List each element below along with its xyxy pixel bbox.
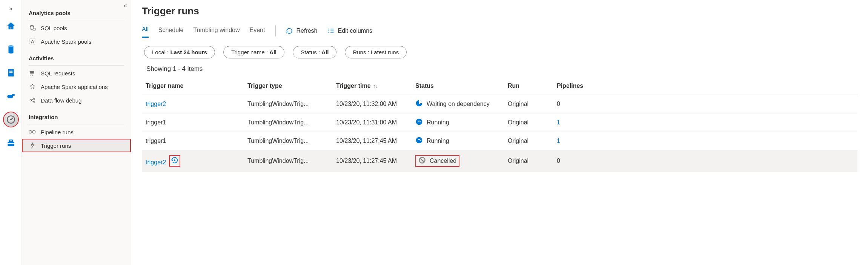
panel-item-label: Pipeline runs	[41, 129, 74, 135]
cell-trigger-name: trigger1	[142, 113, 244, 132]
rerun-button[interactable]	[169, 155, 180, 167]
rail-monitor[interactable]	[3, 112, 19, 127]
panel-item-dataflow-debug[interactable]: Data flow debug	[22, 93, 131, 107]
cell-run: Original	[504, 95, 553, 113]
col-trigger-type[interactable]: Trigger type	[244, 77, 332, 95]
filter-value: All	[269, 49, 277, 55]
svg-point-16	[34, 98, 35, 100]
cell-trigger-type: TumblingWindowTrig...	[244, 150, 332, 172]
svg-point-21	[416, 119, 422, 125]
panel-item-spark-pools[interactable]: Apache Spark pools	[22, 35, 131, 48]
col-pipelines[interactable]: Pipelines	[553, 77, 857, 95]
sort-indicator-icon: ↑↓	[373, 83, 378, 89]
table-row[interactable]: trigger2TumblingWindowTrig...10/23/20, 1…	[142, 95, 857, 113]
trigger-name: trigger1	[146, 119, 166, 126]
divider	[275, 25, 276, 37]
trigger-name[interactable]: trigger2	[146, 159, 166, 165]
rail-data[interactable]	[3, 41, 19, 57]
col-trigger-time-label: Trigger time	[336, 83, 371, 89]
col-trigger-time[interactable]: Trigger time↑↓	[332, 77, 412, 95]
status-text: Running	[427, 138, 449, 144]
tab-schedule[interactable]: Schedule	[158, 25, 184, 37]
dataflow-debug-icon	[29, 97, 36, 104]
col-status[interactable]: Status	[412, 77, 504, 95]
svg-rect-5	[12, 94, 15, 96]
col-trigger-name[interactable]: Trigger name	[142, 77, 244, 95]
panel-item-trigger-runs[interactable]: Trigger runs	[22, 139, 131, 152]
edit-columns-button[interactable]: Edit columns	[327, 27, 372, 35]
expand-rail-icon[interactable]: »	[7, 3, 15, 14]
col-run[interactable]: Run	[504, 77, 553, 95]
filter-status[interactable]: Status : All	[293, 46, 336, 58]
cell-status: Cancelled	[412, 150, 504, 172]
divider	[29, 65, 124, 66]
tab-event[interactable]: Event	[250, 25, 265, 37]
home-icon	[6, 21, 16, 31]
cell-pipelines: 1	[553, 113, 857, 132]
cell-trigger-type: TumblingWindowTrig...	[244, 132, 332, 150]
svg-rect-18	[29, 131, 32, 133]
pipelines-count: 0	[557, 101, 560, 107]
status-icon	[415, 118, 423, 127]
rail-develop[interactable]	[3, 65, 19, 81]
spark-apps-icon	[29, 83, 36, 90]
svg-point-7	[10, 119, 11, 120]
pipelines-count: 0	[557, 158, 560, 164]
tab-tumbling-window[interactable]: Tumbling window	[194, 25, 240, 37]
filter-prefix: Trigger name :	[231, 49, 269, 55]
rail-home[interactable]	[3, 18, 19, 34]
cell-pipelines: 1	[553, 132, 857, 150]
svg-point-15	[30, 100, 32, 101]
panel-item-sql-pools[interactable]: SQL pools	[22, 21, 131, 35]
svg-rect-4	[7, 95, 13, 98]
cell-status: Running	[412, 113, 504, 132]
rail-manage[interactable]	[3, 135, 19, 151]
filter-prefix: Runs :	[353, 49, 371, 55]
pipelines-count[interactable]: 1	[557, 138, 560, 144]
cell-trigger-type: TumblingWindowTrig...	[244, 113, 332, 132]
filter-time[interactable]: Local : Last 24 hours	[144, 46, 215, 58]
sql-pool-icon	[29, 25, 36, 31]
trigger-name: trigger1	[146, 138, 166, 144]
pipelines-count[interactable]: 1	[557, 119, 560, 126]
panel-item-sql-requests[interactable]: SQL SQL requests	[22, 66, 131, 80]
cell-trigger-name: trigger2	[142, 150, 244, 172]
database-icon	[6, 44, 16, 54]
tab-all[interactable]: All	[142, 24, 149, 38]
pipeline-runs-icon	[29, 129, 36, 135]
cell-pipelines: 0	[553, 150, 857, 172]
main-content: Trigger runs All Schedule Tumbling windo…	[131, 0, 868, 265]
edit-columns-label: Edit columns	[338, 28, 372, 34]
filter-runs[interactable]: Runs : Latest runs	[345, 46, 407, 58]
svg-rect-9	[9, 140, 12, 141]
cell-trigger-time: 10/23/20, 11:27:45 AM	[332, 132, 412, 150]
svg-rect-19	[32, 131, 35, 133]
icon-rail: »	[0, 0, 22, 265]
table-row[interactable]: trigger1TumblingWindowTrig...10/23/20, 1…	[142, 132, 857, 150]
panel-item-spark-apps[interactable]: Apache Spark applications	[22, 80, 131, 93]
filter-trigger-name[interactable]: Trigger name : All	[223, 46, 284, 58]
cell-trigger-time: 10/23/20, 11:32:00 AM	[332, 95, 412, 113]
table-row[interactable]: trigger2TumblingWindowTrig...10/23/20, 1…	[142, 150, 857, 172]
status-icon	[415, 136, 423, 146]
sql-requests-icon: SQL	[29, 70, 36, 77]
side-panel: « Analytics pools SQL pools Apache Spark…	[22, 0, 131, 265]
cell-status: Running	[412, 132, 504, 150]
refresh-button[interactable]: Refresh	[286, 27, 317, 35]
trigger-name[interactable]: trigger2	[146, 101, 166, 107]
cell-run: Original	[504, 132, 553, 150]
table-row[interactable]: trigger1TumblingWindowTrig...10/23/20, 1…	[142, 113, 857, 132]
panel-item-label: Trigger runs	[41, 142, 71, 149]
tab-bar: All Schedule Tumbling window Event Refre…	[142, 24, 857, 38]
panel-item-pipeline-runs[interactable]: Pipeline runs	[22, 125, 131, 139]
cell-trigger-time: 10/23/20, 11:27:45 AM	[332, 150, 412, 172]
filter-value: Last 24 hours	[170, 49, 207, 55]
status-badge: Cancelled	[415, 155, 459, 167]
svg-rect-3	[9, 72, 12, 73]
divider	[29, 20, 124, 20]
cell-status: Waiting on dependency	[412, 95, 504, 113]
rail-integrate[interactable]	[3, 88, 19, 104]
panel-item-label: SQL requests	[41, 70, 75, 77]
filter-prefix: Local :	[152, 49, 170, 55]
collapse-panel-icon[interactable]: «	[124, 2, 127, 9]
